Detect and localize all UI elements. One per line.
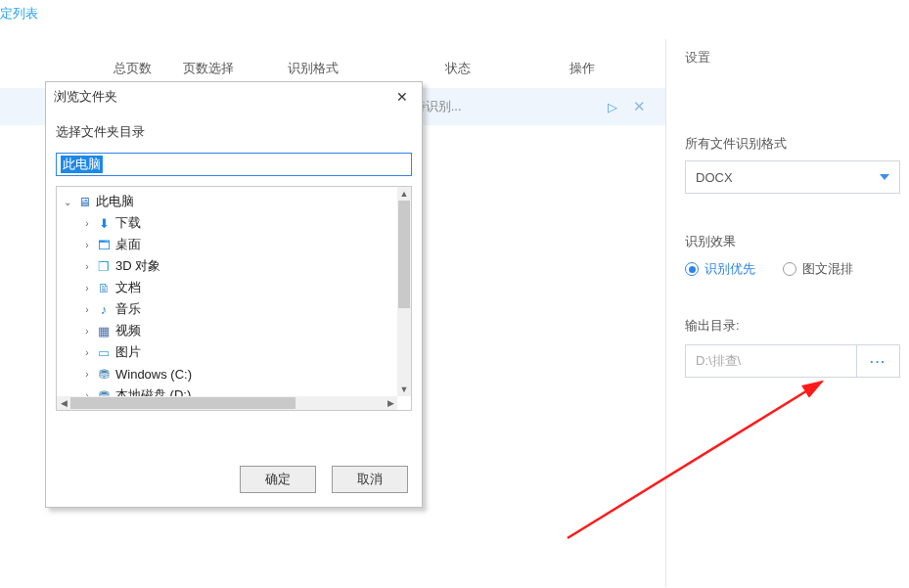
tree-node[interactable]: ›▦视频 xyxy=(59,320,395,341)
dsk-icon: 🗔 xyxy=(96,237,112,252)
scroll-left-icon[interactable]: ◀ xyxy=(57,396,70,410)
tree-node-label: 本地磁盘 (D:) xyxy=(115,386,191,396)
tree-node-label: 文档 xyxy=(115,279,141,296)
radio-priority-label: 识别优先 xyxy=(704,260,755,278)
browse-button[interactable]: ··· xyxy=(857,344,900,378)
dialog-footer: 确定 取消 xyxy=(240,466,408,493)
drv-icon: ⛃ xyxy=(96,387,112,396)
tree-node[interactable]: ⌄🖥此电脑 xyxy=(59,191,395,212)
breadcrumb[interactable]: 定列表 xyxy=(0,5,38,23)
tree-node[interactable]: ›⛃本地磁盘 (D:) xyxy=(59,384,395,396)
tree-node-label: 桌面 xyxy=(115,236,141,253)
format-value: DOCX xyxy=(696,170,733,185)
dialog-subtitle: 选择文件夹目录 xyxy=(46,112,422,149)
mus-icon: ♪ xyxy=(96,301,112,317)
tree-node-label: Windows (C:) xyxy=(115,367,192,382)
folder-tree[interactable]: ⌄🖥此电脑›⬇下载›🗔桌面›❐3D 对象›🗎文档›♪音乐›▦视频›▭图片›⛃Wi… xyxy=(57,187,397,396)
radio-dot-off-icon xyxy=(783,262,796,276)
effect-label: 识别效果 xyxy=(685,233,900,250)
expand-icon[interactable]: › xyxy=(82,304,92,315)
expand-icon[interactable]: › xyxy=(82,218,92,229)
tree-node[interactable]: ›⬇下载 xyxy=(59,212,395,234)
tree-node[interactable]: ›🗔桌面 xyxy=(59,234,395,255)
col-operation: 操作 xyxy=(538,60,626,77)
col-total-pages: 总页数 xyxy=(0,60,166,77)
annotation-arrow-icon xyxy=(558,362,841,548)
chevron-down-icon xyxy=(880,174,889,180)
tree-node[interactable]: ›🗎文档 xyxy=(59,277,395,298)
scroll-thumb-h[interactable] xyxy=(70,397,295,409)
browse-folder-dialog: 浏览文件夹 ✕ 选择文件夹目录 此电脑 ⌄🖥此电脑›⬇下载›🗔桌面›❐3D 对象… xyxy=(45,81,423,508)
scroll-thumb[interactable] xyxy=(398,201,410,308)
tree-node-label: 视频 xyxy=(115,322,141,339)
expand-icon[interactable]: › xyxy=(82,347,92,358)
scroll-right-icon[interactable]: ▶ xyxy=(384,396,397,410)
radio-mixed-label: 图文混排 xyxy=(802,260,853,278)
tree-node-label: 音乐 xyxy=(115,300,141,318)
tree-node[interactable]: ›❐3D 对象 xyxy=(59,255,395,277)
output-path-input[interactable]: D:\排查\ xyxy=(685,344,857,378)
panel-title: 设置 xyxy=(685,49,900,67)
ok-button[interactable]: 确定 xyxy=(240,466,316,493)
tree-node-label: 3D 对象 xyxy=(115,257,160,275)
col-status: 状态 xyxy=(377,60,538,77)
svg-line-0 xyxy=(568,382,822,538)
folder-tree-container: ⌄🖥此电脑›⬇下载›🗔桌面›❐3D 对象›🗎文档›♪音乐›▦视频›▭图片›⛃Wi… xyxy=(56,186,412,411)
expand-icon[interactable]: › xyxy=(82,261,92,272)
3d-icon: ❐ xyxy=(96,258,112,274)
tree-node[interactable]: ›▭图片 xyxy=(59,341,395,363)
tree-node-label: 图片 xyxy=(115,343,141,361)
col-format: 识别格式 xyxy=(250,60,377,77)
settings-panel: 设置 所有文件识别格式 DOCX 识别效果 识别优先 图文混排 输出目录: D:… xyxy=(685,49,900,378)
radio-dot-on-icon xyxy=(685,262,699,276)
vid-icon: ▦ xyxy=(96,323,112,339)
radio-recognition-priority[interactable]: 识别优先 xyxy=(685,260,755,278)
doc-icon: 🗎 xyxy=(96,280,112,295)
vertical-divider xyxy=(665,39,666,587)
format-label: 所有文件识别格式 xyxy=(685,135,900,153)
scroll-up-icon[interactable]: ▲ xyxy=(397,187,411,201)
play-icon[interactable]: ▷ xyxy=(608,100,617,114)
tree-node[interactable]: ›⛃Windows (C:) xyxy=(59,363,395,384)
expand-icon[interactable]: › xyxy=(82,369,92,380)
tree-node-label: 下载 xyxy=(115,214,141,232)
drv-icon: ⛃ xyxy=(96,366,112,382)
expand-icon[interactable]: › xyxy=(82,283,92,294)
radio-mixed-layout[interactable]: 图文混排 xyxy=(783,260,853,278)
dialog-close-icon[interactable]: ✕ xyxy=(390,87,414,107)
scroll-down-icon[interactable]: ▼ xyxy=(397,383,411,396)
col-page-select: 页数选择 xyxy=(166,60,250,77)
operation-cell: ▷ ✕ xyxy=(544,98,665,115)
pic-icon: ▭ xyxy=(96,344,112,360)
output-label: 输出目录: xyxy=(685,317,900,335)
cancel-button[interactable]: 取消 xyxy=(332,466,408,493)
horizontal-scrollbar[interactable]: ◀ ▶ xyxy=(57,396,397,410)
pc-icon: 🖥 xyxy=(76,194,92,209)
format-select[interactable]: DOCX xyxy=(685,160,900,194)
expand-icon[interactable]: ⌄ xyxy=(63,197,72,207)
dialog-header: 浏览文件夹 ✕ xyxy=(46,82,422,112)
folder-path-input[interactable]: 此电脑 xyxy=(56,153,412,176)
expand-icon[interactable]: › xyxy=(82,326,92,337)
close-icon[interactable]: ✕ xyxy=(633,98,646,115)
expand-icon[interactable]: › xyxy=(82,240,92,250)
vertical-scrollbar[interactable]: ▲ ▼ xyxy=(397,187,411,396)
dl-icon: ⬇ xyxy=(96,215,112,231)
tree-node-label: 此电脑 xyxy=(96,193,134,210)
dialog-title: 浏览文件夹 xyxy=(54,88,117,106)
tree-node[interactable]: ›♪音乐 xyxy=(59,298,395,320)
